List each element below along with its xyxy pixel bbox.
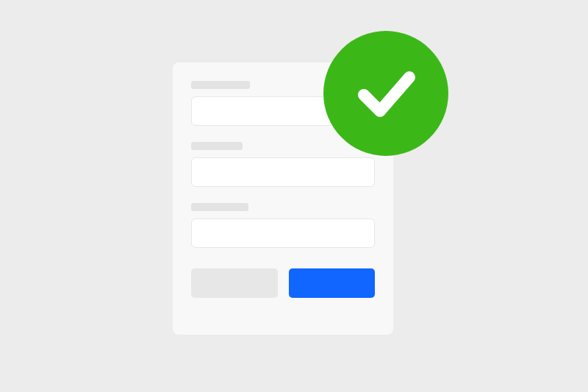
cancel-button[interactable] bbox=[191, 268, 278, 298]
checkmark-icon bbox=[349, 55, 423, 132]
button-row bbox=[191, 268, 375, 298]
text-input-2[interactable] bbox=[191, 157, 375, 187]
field-group-2 bbox=[191, 142, 375, 187]
field-label-3 bbox=[191, 203, 248, 211]
success-badge bbox=[323, 31, 448, 156]
field-group-3 bbox=[191, 203, 375, 248]
submit-button[interactable] bbox=[289, 268, 376, 298]
field-label-2 bbox=[191, 142, 243, 150]
text-input-3[interactable] bbox=[191, 218, 375, 248]
stage bbox=[0, 0, 588, 392]
field-label-1 bbox=[191, 81, 250, 89]
